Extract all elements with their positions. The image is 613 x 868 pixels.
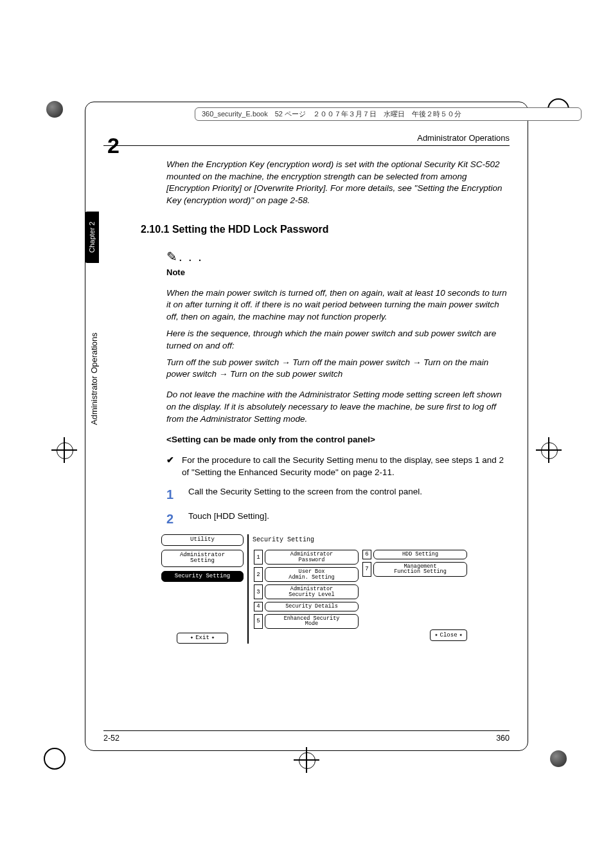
- option-number: 1: [254, 550, 263, 565]
- option-security-details[interactable]: Security Details: [265, 602, 359, 611]
- page-number-right: 360: [496, 734, 510, 743]
- close-icon: ✦: [434, 631, 438, 639]
- option-number: 4: [254, 602, 263, 611]
- crop-mark: [35, 90, 74, 129]
- chapter-number: 2: [107, 133, 120, 158]
- option-number: 3: [254, 584, 263, 599]
- panel-admin-setting-button[interactable]: Administrator Setting: [161, 550, 244, 567]
- panel-exit-button[interactable]: ✦ Exit ✦: [177, 633, 228, 644]
- panel-security-setting-button[interactable]: Security Setting: [161, 571, 244, 582]
- page-frame: 360_security_E.book 52 ページ ２００７年３月７日 水曜日…: [85, 102, 528, 751]
- step-text: Call the Security Setting to the screen …: [188, 486, 422, 504]
- exit-label: Exit: [195, 635, 209, 641]
- control-panel-screenshot: Utility Administrator Setting Security S…: [161, 534, 470, 644]
- step-text: Touch [HDD Setting].: [188, 511, 269, 529]
- option-userbox-admin[interactable]: User Box Admin. Setting: [265, 567, 359, 582]
- section-heading: 2.10.1 Setting the HDD Lock Password: [141, 222, 510, 237]
- close-label: Close: [440, 631, 458, 639]
- checklist-item: ✔ For the procedure to call the Security…: [166, 455, 510, 478]
- registration-target: [51, 437, 77, 463]
- exit-icon: ✦: [190, 635, 193, 641]
- note-paragraph: When the main power switch is turned off…: [166, 287, 510, 323]
- check-icon: ✔: [166, 455, 174, 478]
- page-number-left: 2-52: [103, 734, 120, 743]
- step-1: 1 Call the Security Setting to the scree…: [166, 486, 510, 504]
- checklist-text: For the procedure to call the Security S…: [182, 455, 510, 478]
- note-paragraph: Here is the sequence, through which the …: [166, 328, 510, 352]
- option-admin-security-level[interactable]: Administrator Security Level: [265, 584, 359, 599]
- running-head: Administrator Operations: [103, 133, 510, 143]
- option-number: 7: [362, 562, 371, 577]
- content-area: When the Encryption Key (encryption word…: [166, 159, 510, 644]
- note-paragraph: Turn off the sub power switch → Turn off…: [166, 357, 510, 381]
- step-2: 2 Touch [HDD Setting].: [166, 511, 510, 529]
- step-number: 1: [166, 486, 178, 504]
- close-icon: ✦: [459, 631, 463, 639]
- chapter-tab: Chapter 2: [85, 212, 99, 263]
- panel-utility-button[interactable]: Utility: [161, 534, 244, 545]
- option-number: 5: [254, 614, 263, 629]
- registration-target: [536, 437, 562, 463]
- header-rule: [103, 145, 510, 146]
- step-number: 2: [166, 511, 178, 529]
- option-number: 6: [362, 550, 371, 559]
- option-management-function[interactable]: Management Function Setting: [373, 562, 467, 577]
- panel-title: Security Setting: [253, 536, 470, 545]
- subsection-heading: <Setting can be made only from the contr…: [166, 434, 510, 446]
- side-label: Administrator Operations: [89, 295, 99, 462]
- option-number: 2: [254, 567, 263, 582]
- page-footer: 2-52 360: [103, 730, 510, 743]
- note-label: Note: [166, 267, 510, 278]
- registration-target: [294, 747, 319, 773]
- note-icon: ✎. . .: [166, 248, 510, 266]
- crop-mark: [35, 739, 74, 778]
- intro-paragraph: When the Encryption Key (encryption word…: [166, 159, 510, 207]
- option-admin-password[interactable]: Administrator Password: [265, 550, 359, 565]
- option-hdd-setting[interactable]: HDD Setting: [373, 550, 467, 559]
- exit-icon: ✦: [211, 635, 215, 641]
- panel-close-button[interactable]: ✦ Close ✦: [430, 629, 467, 641]
- crop-mark: [539, 739, 578, 778]
- note-paragraph: Do not leave the machine with the Admini…: [166, 389, 510, 425]
- option-enhanced-security[interactable]: Enhanced Security Mode: [265, 614, 359, 629]
- frame-header: 360_security_E.book 52 ページ ２００７年３月７日 水曜日…: [195, 107, 582, 121]
